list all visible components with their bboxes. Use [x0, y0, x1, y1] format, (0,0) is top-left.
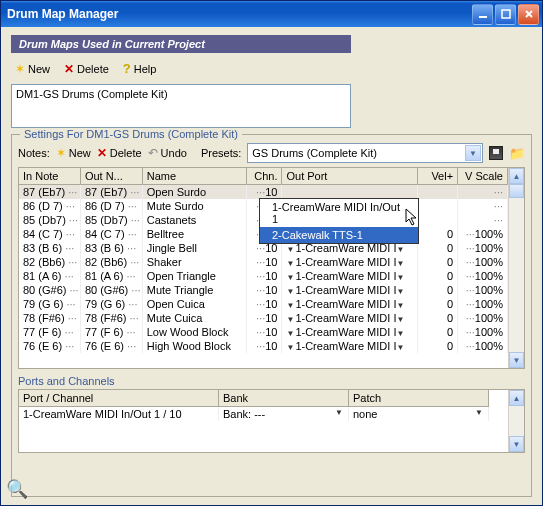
- vel-cell[interactable]: [418, 199, 458, 213]
- ports-row[interactable]: 1-CreamWare MIDI In/Out 1 / 10 Bank: ---…: [19, 407, 508, 421]
- vel-cell[interactable]: 0: [418, 283, 458, 297]
- out-note-cell[interactable]: 79 (G 6) ···: [81, 297, 143, 311]
- vscale-cell[interactable]: ···: [458, 213, 508, 227]
- chn-cell[interactable]: ···10: [247, 269, 283, 283]
- col-out-note[interactable]: Out N...: [81, 168, 143, 185]
- notes-new-button[interactable]: ✶ New: [56, 146, 91, 160]
- vel-cell[interactable]: 0: [418, 297, 458, 311]
- scroll-down-button[interactable]: ▼: [509, 352, 524, 368]
- open-button[interactable]: [509, 146, 525, 161]
- vscale-cell[interactable]: ···100%: [458, 325, 508, 339]
- out-note-cell[interactable]: 87 (Eb7) ···: [81, 185, 143, 199]
- out-port-cell[interactable]: [282, 185, 418, 199]
- name-cell[interactable]: High Wood Block: [143, 339, 247, 353]
- name-cell[interactable]: Mute Surdo: [143, 199, 247, 213]
- vscale-cell[interactable]: ···100%: [458, 339, 508, 353]
- vel-cell[interactable]: [418, 213, 458, 227]
- bank-cell[interactable]: Bank: --- ▼: [219, 407, 349, 421]
- in-note-cell[interactable]: 87 (Eb7) ···: [19, 185, 81, 199]
- vscale-cell[interactable]: ···100%: [458, 227, 508, 241]
- table-row[interactable]: 78 (F#6) ···78 (F#6) ···Mute Cuica···10▼…: [19, 311, 508, 325]
- out-note-cell[interactable]: 76 (E 6) ···: [81, 339, 143, 353]
- vel-cell[interactable]: 0: [418, 325, 458, 339]
- in-note-cell[interactable]: 80 (G#6) ···: [19, 283, 81, 297]
- col-name[interactable]: Name: [143, 168, 247, 185]
- out-note-cell[interactable]: 80 (G#6) ···: [81, 283, 143, 297]
- notes-delete-button[interactable]: ✕ Delete: [97, 146, 142, 160]
- titlebar[interactable]: Drum Map Manager: [1, 1, 542, 27]
- table-row[interactable]: 81 (A 6) ···81 (A 6) ···Open Triangle···…: [19, 269, 508, 283]
- in-note-cell[interactable]: 78 (F#6) ···: [19, 311, 81, 325]
- table-row[interactable]: 76 (E 6) ···76 (E 6) ···High Wood Block·…: [19, 339, 508, 353]
- vscale-cell[interactable]: ···100%: [458, 269, 508, 283]
- out-port-cell[interactable]: ▼1-CreamWare MIDI I▼: [282, 311, 418, 325]
- in-note-cell[interactable]: 77 (F 6) ···: [19, 325, 81, 339]
- in-note-cell[interactable]: 84 (C 7) ···: [19, 227, 81, 241]
- col-in-note[interactable]: In Note: [19, 168, 81, 185]
- table-row[interactable]: 82 (Bb6) ···82 (Bb6) ···Shaker···10▼1-Cr…: [19, 255, 508, 269]
- out-note-cell[interactable]: 82 (Bb6) ···: [81, 255, 143, 269]
- new-button[interactable]: ✶ New: [15, 62, 50, 76]
- vel-cell[interactable]: 0: [418, 241, 458, 255]
- name-cell[interactable]: Jingle Bell: [143, 241, 247, 255]
- in-note-cell[interactable]: 83 (B 6) ···: [19, 241, 81, 255]
- chn-cell[interactable]: ···10: [247, 297, 283, 311]
- out-port-cell[interactable]: ▼1-CreamWare MIDI I▼: [282, 297, 418, 311]
- grid-body[interactable]: In Note Out N... Name Chn. Out Port Vel+…: [19, 168, 508, 368]
- name-cell[interactable]: Mute Triangle: [143, 283, 247, 297]
- table-row[interactable]: 80 (G#6) ···80 (G#6) ···Mute Triangle···…: [19, 283, 508, 297]
- name-cell[interactable]: Open Cuica: [143, 297, 247, 311]
- in-note-cell[interactable]: 81 (A 6) ···: [19, 269, 81, 283]
- vscale-cell[interactable]: ···100%: [458, 255, 508, 269]
- table-row[interactable]: 77 (F 6) ···77 (F 6) ···Low Wood Block··…: [19, 325, 508, 339]
- name-cell[interactable]: Low Wood Block: [143, 325, 247, 339]
- out-port-cell[interactable]: ▼1-CreamWare MIDI I▼: [282, 339, 418, 353]
- scroll-down-button[interactable]: ▼: [509, 436, 524, 452]
- table-row[interactable]: 87 (Eb7) ···87 (Eb7) ···Open Surdo···10·…: [19, 185, 508, 199]
- in-note-cell[interactable]: 82 (Bb6) ···: [19, 255, 81, 269]
- patch-cell[interactable]: none ▼: [349, 407, 489, 421]
- col-port-channel[interactable]: Port / Channel: [19, 390, 219, 407]
- delete-button[interactable]: ✕ Delete: [64, 62, 109, 76]
- vscale-cell[interactable]: ···100%: [458, 241, 508, 255]
- chn-cell[interactable]: ···10: [247, 339, 283, 353]
- in-note-cell[interactable]: 85 (Db7) ···: [19, 213, 81, 227]
- col-out-port[interactable]: Out Port: [282, 168, 418, 185]
- out-note-cell[interactable]: 85 (Db7) ···: [81, 213, 143, 227]
- table-row[interactable]: 79 (G 6) ···79 (G 6) ···Open Cuica···10▼…: [19, 297, 508, 311]
- out-note-cell[interactable]: 83 (B 6) ···: [81, 241, 143, 255]
- drum-maps-listbox[interactable]: DM1-GS Drums (Complete Kit): [11, 84, 351, 128]
- in-note-cell[interactable]: 86 (D 7) ···: [19, 199, 81, 213]
- chn-cell[interactable]: ···10: [247, 283, 283, 297]
- vscale-cell[interactable]: ···: [458, 199, 508, 213]
- name-cell[interactable]: Shaker: [143, 255, 247, 269]
- col-patch[interactable]: Patch: [349, 390, 489, 407]
- vscale-cell[interactable]: ···: [458, 185, 508, 199]
- vscale-cell[interactable]: ···100%: [458, 297, 508, 311]
- maximize-button[interactable]: [495, 4, 516, 25]
- out-note-cell[interactable]: 84 (C 7) ···: [81, 227, 143, 241]
- vel-cell[interactable]: 0: [418, 311, 458, 325]
- in-note-cell[interactable]: 79 (G 6) ···: [19, 297, 81, 311]
- ports-scrollbar[interactable]: ▲ ▼: [508, 390, 524, 452]
- dropdown-option-selected[interactable]: 2-Cakewalk TTS-1: [260, 227, 418, 243]
- out-port-dropdown-menu[interactable]: 1-CreamWare MIDI In/Out 1 2-Cakewalk TTS…: [259, 198, 419, 244]
- col-chn[interactable]: Chn.: [247, 168, 283, 185]
- chn-cell[interactable]: ···10: [247, 255, 283, 269]
- scroll-thumb[interactable]: [509, 184, 524, 198]
- name-cell[interactable]: Belltree: [143, 227, 247, 241]
- presets-dropdown[interactable]: GS Drums (Complete Kit) ▼: [247, 143, 483, 163]
- vertical-scrollbar[interactable]: ▲ ▼: [508, 168, 524, 368]
- out-port-cell[interactable]: ▼1-CreamWare MIDI I▼: [282, 283, 418, 297]
- name-cell[interactable]: Open Triangle: [143, 269, 247, 283]
- vscale-cell[interactable]: ···100%: [458, 311, 508, 325]
- out-port-cell[interactable]: ▼1-CreamWare MIDI I▼: [282, 255, 418, 269]
- col-vscale[interactable]: V Scale: [458, 168, 508, 185]
- vel-cell[interactable]: [418, 185, 458, 199]
- vel-cell[interactable]: 0: [418, 255, 458, 269]
- notes-undo-button[interactable]: ↶ Undo: [148, 146, 187, 160]
- vel-cell[interactable]: 0: [418, 227, 458, 241]
- out-port-cell[interactable]: ▼1-CreamWare MIDI I▼: [282, 325, 418, 339]
- vel-cell[interactable]: 0: [418, 269, 458, 283]
- vel-cell[interactable]: 0: [418, 339, 458, 353]
